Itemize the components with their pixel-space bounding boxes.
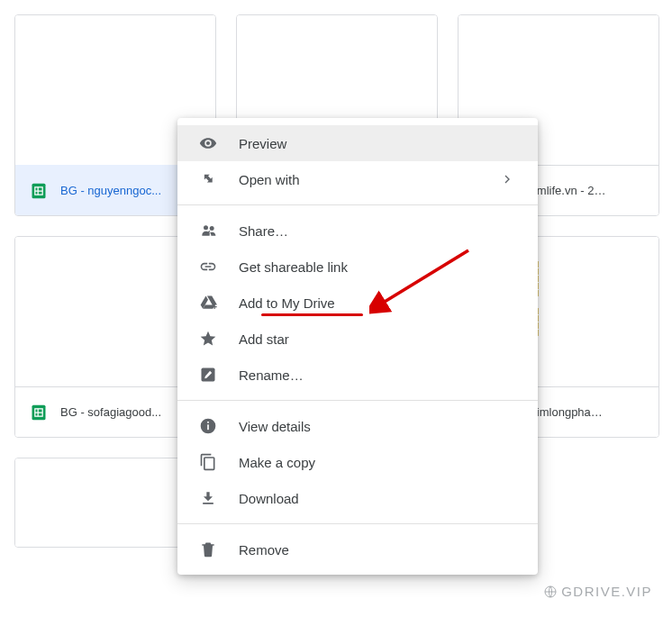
share-icon	[199, 222, 217, 240]
menu-label: View details	[239, 419, 516, 434]
menu-label: Open with	[239, 172, 477, 187]
menu-label: Preview	[239, 136, 516, 151]
menu-label: Get shareable link	[239, 259, 516, 275]
globe-icon	[543, 585, 558, 599]
menu-separator	[177, 523, 538, 524]
menu-separator	[177, 400, 538, 401]
menu-preview[interactable]: Preview	[177, 125, 538, 161]
watermark: GDRIVE.VIP	[543, 584, 652, 599]
menu-get-link[interactable]: Get shareable link	[177, 249, 538, 285]
menu-label: Add to My Drive	[239, 295, 516, 311]
annotation-underline	[261, 313, 363, 316]
link-icon	[199, 258, 217, 276]
info-icon	[199, 417, 217, 435]
menu-label: Add star	[239, 331, 516, 347]
rename-icon	[199, 366, 217, 384]
menu-label: Remove	[239, 542, 516, 558]
preview-icon	[199, 134, 217, 152]
star-icon	[199, 330, 217, 348]
download-icon	[199, 489, 217, 507]
copy-icon	[199, 453, 217, 471]
sheets-icon	[30, 404, 48, 422]
chevron-right-icon	[498, 172, 516, 186]
menu-separator	[177, 204, 538, 205]
open-with-icon	[199, 170, 217, 188]
menu-label: Download	[239, 491, 516, 506]
menu-label: Make a copy	[239, 455, 516, 470]
menu-make-copy[interactable]: Make a copy	[177, 444, 538, 480]
trash-icon	[199, 540, 217, 558]
menu-rename[interactable]: Rename…	[177, 357, 538, 393]
context-menu: Preview Open with Share… Get shareable l…	[177, 118, 538, 575]
file-name: BG - nguyenngoc...	[60, 184, 161, 197]
menu-open-with[interactable]: Open with	[177, 161, 538, 197]
file-name: BG - sofagiagood...	[60, 405, 161, 419]
menu-share[interactable]: Share…	[177, 213, 538, 249]
menu-view-details[interactable]: View details	[177, 408, 538, 444]
menu-download[interactable]: Download	[177, 480, 538, 516]
menu-add-star[interactable]: Add star	[177, 321, 538, 357]
drive-add-icon	[199, 294, 217, 312]
watermark-text: GDRIVE.VIP	[561, 584, 652, 599]
menu-label: Share…	[239, 223, 516, 239]
sheets-icon	[30, 182, 48, 200]
menu-remove[interactable]: Remove	[177, 531, 538, 567]
menu-label: Rename…	[239, 367, 516, 383]
